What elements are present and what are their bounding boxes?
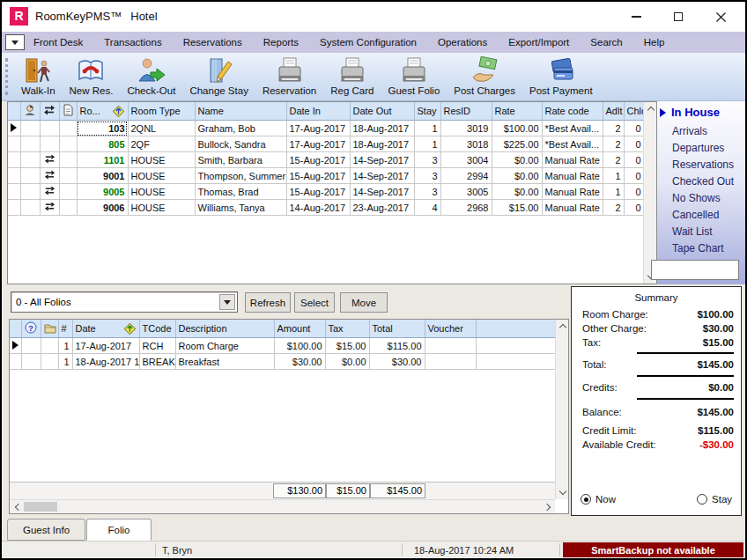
column-header-tax[interactable]: Tax xyxy=(325,320,369,338)
sidebar-item-tape-chart[interactable]: Tape Chart xyxy=(672,242,724,254)
folio-grid: ? # Date xyxy=(9,319,569,514)
scrollbar-thumb[interactable] xyxy=(24,502,57,512)
property-name: Hotel xyxy=(130,10,157,23)
column-header-amount[interactable]: Amount xyxy=(274,320,325,338)
menu-export-import[interactable]: Export/Import xyxy=(508,37,569,48)
sidebar-item-in-house[interactable]: In House xyxy=(671,106,720,119)
select-button[interactable]: Select xyxy=(294,292,335,313)
column-header-description[interactable]: Description xyxy=(175,320,274,338)
tab-folio[interactable]: Folio xyxy=(86,519,152,541)
change-stay-button[interactable]: Change Stay xyxy=(182,55,255,100)
minimize-button[interactable] xyxy=(624,2,648,32)
column-header-name[interactable]: Name xyxy=(195,102,286,121)
folio-totals-row: $130.00 $15.00 $145.00 xyxy=(10,482,555,499)
column-header-voucher[interactable]: Voucher xyxy=(425,320,476,338)
reservation-print-button[interactable]: Reservation xyxy=(255,55,323,100)
printer-icon xyxy=(275,56,305,85)
menu-dropdown-button[interactable] xyxy=(5,34,25,50)
post-charges-button[interactable]: Post Charges xyxy=(447,55,522,100)
help-icon-header[interactable]: ? xyxy=(21,320,41,338)
check-out-person-icon xyxy=(137,56,166,85)
column-header-room[interactable]: Ro... xyxy=(77,102,128,121)
check-out-button[interactable]: Check-Out xyxy=(120,55,182,100)
folio-row[interactable]: 1 17-Aug-2017 RCH Room Charge $100.00 $1… xyxy=(10,338,556,354)
new-reservation-button[interactable]: New Res. xyxy=(63,55,121,100)
folio-horizontal-scrollbar[interactable] xyxy=(10,499,555,513)
sidebar-item-checked-out[interactable]: Checked Out xyxy=(672,175,734,188)
scroll-up-button[interactable] xyxy=(556,320,569,333)
folio-row[interactable]: 1 18-Aug-2017 10... BREAK Breakfast $30.… xyxy=(10,354,556,370)
sidebar-item-reservations[interactable]: Reservations xyxy=(672,158,734,171)
available-credit-value: -$30.00 xyxy=(699,439,734,450)
guest-folio-print-button[interactable]: Guest Folio xyxy=(381,55,447,100)
menu-search[interactable]: Search xyxy=(590,37,622,48)
close-button[interactable] xyxy=(708,2,733,32)
tax-value: $15.00 xyxy=(703,337,734,348)
tab-guest-info[interactable]: Guest Info xyxy=(7,519,85,541)
reservation-row[interactable]: 1101 HOUSE Smith, Barbara 15-Aug-2017 14… xyxy=(8,152,644,168)
sidebar-item-cancelled[interactable]: Cancelled xyxy=(672,209,719,221)
now-radio[interactable]: Now xyxy=(581,494,616,505)
guest-icon xyxy=(24,104,36,116)
stay-radio[interactable]: Stay xyxy=(697,494,732,505)
note-icon-header[interactable] xyxy=(59,102,77,121)
column-header-total[interactable]: Total xyxy=(369,320,425,338)
refresh-button[interactable]: Refresh xyxy=(245,292,291,313)
menu-system-configuration[interactable]: System Configuration xyxy=(320,37,417,48)
reservation-row[interactable]: 9005 HOUSE Thomas, Brad 15-Aug-2017 14-S… xyxy=(8,184,644,200)
repeat-icon-header[interactable] xyxy=(40,102,59,121)
guest-icon-header[interactable] xyxy=(20,102,40,121)
sidebar-item-arrivals[interactable]: Arrivals xyxy=(672,125,707,137)
maximize-button[interactable] xyxy=(666,2,691,32)
reservation-row[interactable]: 9006 HOUSE Williams, Tanya 14-Aug-2017 2… xyxy=(8,200,644,216)
folio-vertical-scrollbar[interactable] xyxy=(555,320,568,499)
reservation-row[interactable]: 805 2QF Bullock, Sandra 17-Aug-2017 18-A… xyxy=(8,136,644,152)
application-window: R RoomKeyPMS™Hotel Front Desk Transactio… xyxy=(0,0,747,560)
menu-operations[interactable]: Operations xyxy=(438,37,487,48)
scroll-up-button[interactable] xyxy=(644,102,657,115)
folder-icon xyxy=(44,322,56,334)
folio-filter-select[interactable]: 0 - All Folios xyxy=(11,291,238,313)
column-header-date[interactable]: Date xyxy=(72,320,139,338)
room-number-cell: 9001 xyxy=(77,168,128,184)
toolbar-grip[interactable] xyxy=(5,58,8,95)
column-header-children[interactable]: Chld xyxy=(624,102,644,121)
total-amount: $130.00 xyxy=(273,483,326,498)
folder-icon-header[interactable] xyxy=(41,320,58,338)
menu-front-desk[interactable]: Front Desk xyxy=(33,37,83,48)
sidebar-item-departures[interactable]: Departures xyxy=(672,142,724,154)
toolbar: Walk-In New Res. Check-Out xyxy=(2,53,745,101)
reg-card-print-button[interactable]: Reg Card xyxy=(323,55,381,100)
column-header-date-in[interactable]: Date In xyxy=(286,102,350,121)
column-header-rate[interactable]: Rate xyxy=(492,102,542,121)
column-header-room-type[interactable]: Room Type xyxy=(128,102,195,121)
credit-limit-value: $115.00 xyxy=(698,425,734,436)
question-icon: ? xyxy=(25,321,37,334)
menu-reports[interactable]: Reports xyxy=(263,37,299,48)
move-button[interactable]: Move xyxy=(340,292,388,313)
reservations-vertical-scrollbar[interactable] xyxy=(643,102,656,284)
reservation-row[interactable]: 103 2QNL Graham, Bob 17-Aug-2017 18-Aug-… xyxy=(8,121,644,136)
sidebar-item-no-shows[interactable]: No Shows xyxy=(672,192,721,204)
column-header-stay[interactable]: Stay xyxy=(414,102,440,121)
walk-in-button[interactable]: Walk-In xyxy=(14,55,63,100)
column-header-rate-code[interactable]: Rate code xyxy=(542,102,603,121)
menu-reservations[interactable]: Reservations xyxy=(183,37,242,48)
menu-transactions[interactable]: Transactions xyxy=(104,37,161,48)
scroll-down-button[interactable] xyxy=(556,486,569,499)
folio-header-row: ? # Date xyxy=(10,320,556,338)
column-header-resid[interactable]: ResID xyxy=(440,102,492,121)
quick-search-input[interactable] xyxy=(651,260,739,280)
reservation-row[interactable]: 9001 HOUSE Thompson, Summer 15-Aug-2017 … xyxy=(8,168,644,184)
column-header-num[interactable]: # xyxy=(58,320,72,338)
sidebar-item-wait-list[interactable]: Wait List xyxy=(672,225,713,238)
recurring-icon xyxy=(44,185,55,196)
folio-filter-dropdown-button[interactable] xyxy=(219,294,235,310)
scroll-right-button[interactable] xyxy=(541,500,555,513)
column-header-date-out[interactable]: Date Out xyxy=(350,102,414,121)
post-payment-button[interactable]: Post Payment xyxy=(522,55,600,100)
column-header-adults[interactable]: Adlt xyxy=(603,102,624,121)
scroll-left-button[interactable] xyxy=(10,500,24,513)
menu-help[interactable]: Help xyxy=(644,37,665,48)
column-header-tcode[interactable]: TCode xyxy=(139,320,175,338)
